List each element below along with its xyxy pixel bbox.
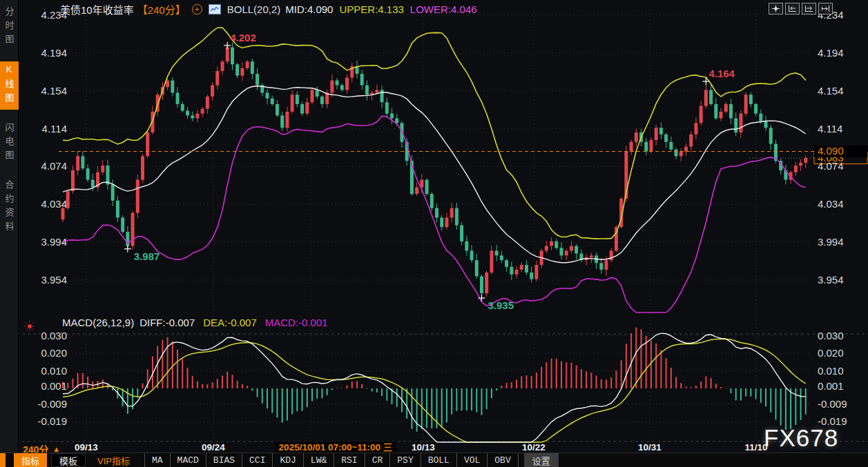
indicator-button-kdj[interactable]: KDJ (273, 453, 303, 467)
tab-template[interactable]: 模板 (51, 453, 86, 467)
alert-dot-icon (23, 320, 36, 335)
bollinger-bands (63, 28, 806, 312)
svg-text:0.030: 0.030 (41, 330, 67, 341)
settings-button[interactable]: 设置 (524, 453, 559, 467)
macd-dea-value: DEA:-0.007 (203, 317, 257, 328)
svg-text:-0.009: -0.009 (818, 398, 847, 410)
indicator-button-lw[interactable]: LW& (304, 453, 334, 467)
svg-text:0.010: 0.010 (41, 365, 67, 377)
macd-diff-value: DIFF:-0.007 (139, 317, 195, 328)
svg-text:3.954: 3.954 (41, 274, 67, 286)
chart-type-icon[interactable] (209, 4, 221, 14)
svg-text:4.074: 4.074 (41, 160, 67, 172)
svg-text:4.114: 4.114 (818, 123, 842, 135)
svg-text:4.164: 4.164 (708, 68, 735, 79)
svg-text:4.154: 4.154 (41, 85, 67, 97)
period-badge: 【240分】 (137, 2, 186, 17)
chart-canvas[interactable]: 4.0834.0903.9874.2023.9354.1644.2344.234… (0, 0, 868, 467)
svg-text:3.994: 3.994 (41, 236, 67, 248)
svg-text:4.034: 4.034 (818, 198, 844, 210)
shift-right-icon[interactable] (802, 3, 816, 14)
svg-text:10/13: 10/13 (412, 442, 435, 453)
sidebar-tab-0[interactable]: 分时图 (0, 4, 19, 51)
indicator-button-bias[interactable]: BIAS (206, 453, 242, 467)
indicator-button-boll[interactable]: BOLL (421, 453, 457, 467)
svg-text:09/13: 09/13 (75, 442, 98, 453)
macd-panel (63, 328, 806, 442)
svg-text:4.034: 4.034 (41, 198, 67, 210)
shift-left-icon[interactable] (785, 3, 800, 14)
boll-label: BOLL(20,2) (227, 3, 281, 15)
indicator-button-rsi[interactable]: RSI (334, 453, 365, 467)
boll-lower-value: LOWER:4.046 (410, 3, 477, 15)
svg-text:0.030: 0.030 (818, 330, 844, 341)
indicator-button-cr[interactable]: CR (365, 453, 391, 467)
svg-text:4.090: 4.090 (818, 145, 844, 157)
svg-text:-0.009: -0.009 (37, 398, 67, 410)
price-tags: 4.0834.090 (59, 145, 867, 163)
sidebar-tab-3[interactable]: 合约资料 (0, 177, 19, 238)
indicator-button-ma[interactable]: MA (144, 453, 171, 467)
indicator-button-vol[interactable]: VOL (457, 453, 488, 467)
sidebar: 分时图K线图闪电图合约资料 (0, 0, 19, 467)
svg-text:0.020: 0.020 (818, 347, 844, 359)
macd-macd-value: MACD:-0.001 (265, 317, 328, 328)
boll-upper-line (63, 28, 806, 239)
sidebar-tab-1[interactable]: K线图 (0, 61, 19, 110)
svg-text:2025/10/01 07:00~11:00 三: 2025/10/01 07:00~11:00 三 (279, 442, 393, 453)
svg-text:0.001: 0.001 (41, 380, 67, 392)
indicator-button-cci[interactable]: CCI (242, 453, 273, 467)
indicator-button-psy[interactable]: PSY (390, 453, 421, 467)
svg-text:0.001: 0.001 (818, 380, 844, 392)
svg-text:10/31: 10/31 (638, 442, 662, 453)
macd-header: MACD(26,12,9) DIFF:-0.007 DEA:-0.007 MAC… (62, 317, 328, 328)
watermark: FX678 (764, 424, 838, 452)
bottom-toolbar: 指标 模板 VIP指标 MAMACDBIASCCIKDJLW&RSICRPSYB… (0, 453, 868, 467)
tab-indicator[interactable]: 指标 (14, 453, 47, 467)
svg-text:4.194: 4.194 (41, 47, 67, 59)
svg-text:3.987: 3.987 (134, 250, 160, 262)
macd-name: MACD(26,12,9) (62, 317, 134, 328)
svg-text:3.954: 3.954 (818, 274, 844, 286)
date-axis: 09/1309/2410/1310/2210/3111/102025/10/01… (75, 441, 767, 453)
svg-text:4.114: 4.114 (42, 123, 67, 135)
add-indicator-icon[interactable]: + (192, 4, 202, 14)
svg-text:0.020: 0.020 (41, 347, 67, 359)
sidebar-tab-2[interactable]: 闪电图 (0, 120, 19, 167)
svg-text:10/22: 10/22 (522, 442, 546, 453)
boll-mid-value: MID:4.090 (285, 3, 333, 15)
indicator-button-macd[interactable]: MACD (171, 453, 206, 467)
svg-text:4.194: 4.194 (818, 47, 844, 59)
svg-text:4.074: 4.074 (818, 160, 844, 172)
grid (0, 10, 868, 441)
svg-text:-0.019: -0.019 (37, 415, 67, 427)
indicator-button-group: MAMACDBIASCCIKDJLW&RSICRPSYBOLLVOLOBV (144, 453, 519, 467)
svg-text:09/24: 09/24 (202, 442, 225, 453)
toolbar-handle[interactable] (0, 453, 6, 467)
crosshair-center-icon[interactable] (769, 3, 783, 14)
svg-text:4.154: 4.154 (818, 85, 844, 97)
jump-to-latest-icon[interactable] (818, 3, 833, 14)
boll-lower-line (63, 116, 806, 312)
svg-text:3.994: 3.994 (818, 236, 844, 248)
indicator-button-obv[interactable]: OBV (488, 453, 518, 467)
symbol-title: 美债10年收益率 (60, 2, 134, 17)
chart-nav-controls (769, 3, 833, 14)
svg-text:0.010: 0.010 (818, 365, 844, 377)
boll-mid-line (63, 86, 806, 263)
chart-header: 美债10年收益率 【240分】 + BOLL(20,2) MID:4.090 U… (60, 2, 477, 16)
tab-vip-indicator[interactable]: VIP指标 (90, 453, 137, 467)
boll-upper-value: UPPER:4.133 (339, 3, 403, 15)
svg-text:3.935: 3.935 (488, 299, 514, 311)
macd-dea-line (63, 339, 806, 442)
svg-text:4.202: 4.202 (230, 32, 256, 43)
macd-diff-line (63, 333, 806, 442)
